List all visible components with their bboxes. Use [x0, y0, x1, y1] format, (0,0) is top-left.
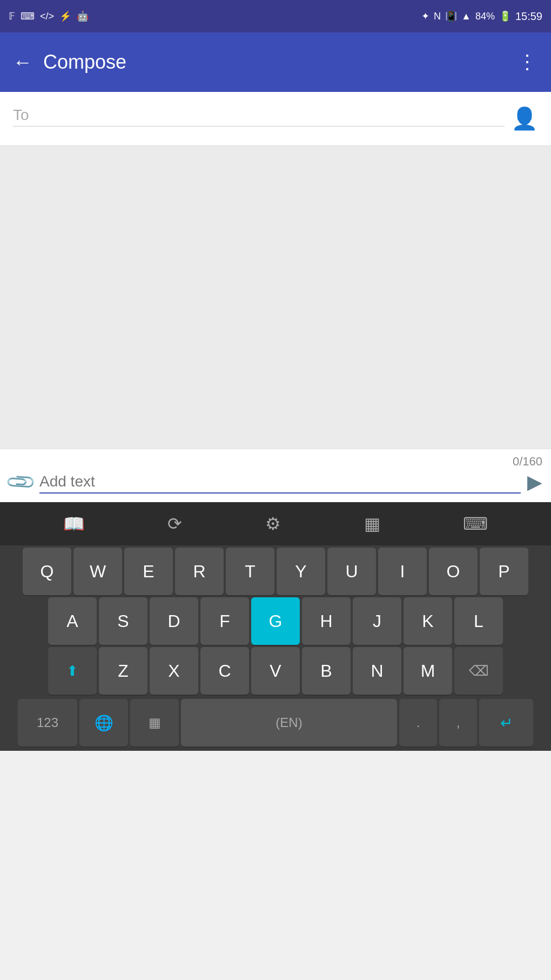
- to-input-wrapper[interactable]: To: [13, 106, 505, 131]
- keyboard-row-bottom: 123 🌐 ▦ (EN) . , ↵: [0, 697, 551, 751]
- status-time: 15:59: [515, 10, 542, 23]
- text-input[interactable]: [39, 471, 521, 494]
- key-k[interactable]: K: [404, 597, 452, 645]
- signal-icon: ▲: [461, 11, 471, 22]
- to-placeholder: To: [13, 106, 505, 124]
- barcode-icon[interactable]: ▦: [364, 514, 380, 534]
- key-f[interactable]: F: [200, 597, 249, 645]
- char-counter: 0/160: [9, 455, 542, 469]
- app-bar-left: ← Compose: [13, 51, 126, 74]
- fb-icon: 𝔽: [9, 10, 15, 22]
- key-l[interactable]: L: [454, 597, 503, 645]
- key-s[interactable]: S: [99, 597, 147, 645]
- attach-icon[interactable]: 📎: [4, 465, 38, 499]
- backspace-key[interactable]: ⌫: [454, 647, 503, 695]
- barcode-key[interactable]: ▦: [130, 699, 179, 746]
- space-key[interactable]: (EN): [181, 699, 397, 746]
- back-button[interactable]: ←: [13, 51, 32, 74]
- dictionary-icon[interactable]: 📖: [63, 514, 85, 534]
- key-w[interactable]: W: [73, 548, 122, 595]
- status-bar: 𝔽 ⌨ </> ⚡ 🤖 ✦ N 📳 ▲ 84% 🔋 15:59: [0, 0, 551, 32]
- keyboard-toolbar: 📖 ⟳ ⚙ ▦ ⌨: [0, 502, 551, 545]
- comma-key[interactable]: ,: [439, 699, 477, 746]
- code-icon: </>: [40, 11, 54, 22]
- to-underline: [13, 126, 505, 126]
- key-a[interactable]: A: [48, 597, 97, 645]
- key-o[interactable]: O: [429, 548, 478, 595]
- key-b[interactable]: B: [302, 647, 351, 695]
- more-options-button[interactable]: ⋮: [518, 51, 538, 74]
- key-h[interactable]: H: [302, 597, 351, 645]
- vibrate-icon: 📳: [445, 10, 457, 22]
- keyboard-icon: ⌨: [21, 10, 35, 22]
- nfc-icon: N: [434, 11, 441, 22]
- battery-icon: 🔋: [499, 10, 511, 22]
- usb-icon: ⚡: [59, 10, 71, 22]
- app-bar: ← Compose ⋮: [0, 32, 551, 92]
- keyboard-row-3: ⬆ Z X C V B N M ⌫: [0, 645, 551, 697]
- add-contact-icon[interactable]: 👤: [511, 106, 538, 131]
- key-q[interactable]: Q: [23, 548, 71, 595]
- key-p[interactable]: P: [480, 548, 528, 595]
- send-button[interactable]: ▶: [527, 471, 542, 494]
- key-u[interactable]: U: [327, 548, 376, 595]
- keyboard-hide-icon[interactable]: ⌨: [463, 514, 488, 534]
- key-c[interactable]: C: [200, 647, 249, 695]
- compose-input-row: 📎 ▶: [9, 471, 542, 494]
- key-y[interactable]: Y: [277, 548, 325, 595]
- message-body[interactable]: [0, 146, 551, 449]
- key-n[interactable]: N: [353, 647, 401, 695]
- compose-bottom: 0/160 📎 ▶: [0, 449, 551, 502]
- key-v[interactable]: V: [251, 647, 300, 695]
- keyboard: Q W E R T Y U I O P A S D F G H J K L ⬆ …: [0, 545, 551, 751]
- globe-icon[interactable]: 🌐: [79, 699, 128, 746]
- key-i[interactable]: I: [378, 548, 427, 595]
- bluetooth-icon: ✦: [421, 10, 429, 22]
- android-icon: 🤖: [77, 10, 89, 22]
- status-right: ✦ N 📳 ▲ 84% 🔋 15:59: [421, 10, 542, 23]
- to-field-container: To 👤: [0, 92, 551, 146]
- settings-icon[interactable]: ⚙: [265, 514, 281, 534]
- battery-percent: 84%: [475, 11, 495, 22]
- key-x[interactable]: X: [150, 647, 198, 695]
- keyboard-row-2: A S D F G H J K L: [0, 597, 551, 645]
- enter-key[interactable]: ↵: [479, 699, 533, 746]
- numbers-key[interactable]: 123: [18, 699, 77, 746]
- app-bar-title: Compose: [43, 51, 126, 74]
- status-icons-left: 𝔽 ⌨ </> ⚡ 🤖: [9, 10, 89, 22]
- key-r[interactable]: R: [175, 548, 224, 595]
- history-icon[interactable]: ⟳: [167, 514, 182, 534]
- key-j[interactable]: J: [353, 597, 401, 645]
- period-key[interactable]: .: [399, 699, 437, 746]
- keyboard-row-1: Q W E R T Y U I O P: [0, 545, 551, 597]
- shift-key[interactable]: ⬆: [48, 647, 97, 695]
- key-d[interactable]: D: [150, 597, 198, 645]
- key-z[interactable]: Z: [99, 647, 147, 695]
- key-e[interactable]: E: [124, 548, 173, 595]
- key-t[interactable]: T: [226, 548, 274, 595]
- key-m[interactable]: M: [404, 647, 452, 695]
- key-g[interactable]: G: [251, 597, 300, 645]
